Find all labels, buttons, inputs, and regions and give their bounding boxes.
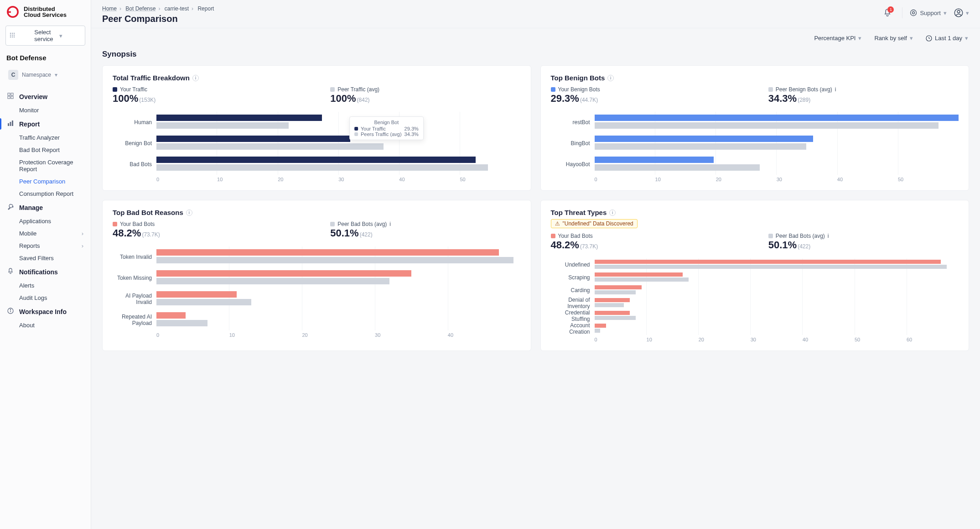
nav-item-about[interactable]: About: [0, 319, 91, 331]
bar[interactable]: [156, 257, 513, 263]
info-icon[interactable]: i: [609, 210, 616, 216]
bar[interactable]: [156, 164, 488, 171]
info-icon[interactable]: i: [607, 75, 614, 81]
stat: Peer Bad Bots (avg) i 50.1%(422): [330, 221, 520, 239]
bar[interactable]: [595, 136, 813, 142]
bar[interactable]: [156, 115, 322, 121]
stat-row: Your Benign Bots 29.3%(44.7K) Peer Benig…: [551, 86, 959, 105]
bar[interactable]: [595, 272, 683, 277]
nav-item-protection-coverage[interactable]: Protection Coverage Report: [0, 156, 91, 175]
bar[interactable]: [595, 143, 807, 150]
chart-row: Scraping: [551, 271, 959, 284]
namespace-select[interactable]: C Namespace ▾: [5, 67, 86, 83]
bar[interactable]: [595, 265, 947, 269]
stat-value: 100%(842): [330, 93, 520, 105]
bar[interactable]: [595, 303, 624, 307]
crumb-bot-defense[interactable]: Bot Defense: [125, 5, 156, 12]
svg-point-6: [12, 34, 13, 35]
bar[interactable]: [595, 278, 689, 282]
card-top_threat: Top Threat Typesi⚠"Undefined" Data Disco…: [540, 200, 970, 351]
svg-point-21: [911, 10, 917, 16]
filter-kpi[interactable]: Percentage KPI ▾: [814, 35, 861, 42]
nav-group-workspace[interactable]: Workspace Info: [0, 304, 91, 319]
nav-group-overview[interactable]: Overview: [0, 89, 91, 104]
nav-item-applications[interactable]: Applications: [0, 215, 91, 227]
card-grid: Total Traffic Breakdowni Your Traffic 10…: [102, 65, 969, 351]
bar[interactable]: [595, 290, 636, 294]
nav-item-consumption-report[interactable]: Consumption Report: [0, 188, 91, 200]
nav-item-audit-logs[interactable]: Audit Logs: [0, 292, 91, 304]
bar[interactable]: [156, 136, 350, 142]
notifications-button[interactable]: 1: [880, 5, 895, 20]
nav-group-report[interactable]: Report: [0, 116, 91, 131]
bar[interactable]: [595, 285, 642, 289]
stat: Your Benign Bots 29.3%(44.7K): [551, 86, 741, 105]
legend-swatch: [330, 222, 335, 226]
bar[interactable]: [595, 298, 630, 302]
svg-point-3: [12, 32, 13, 33]
bar[interactable]: [595, 260, 941, 264]
row-label: Benign Bot: [113, 140, 156, 147]
bar[interactable]: [156, 122, 289, 129]
nav-item-monitor[interactable]: Monitor: [0, 104, 91, 116]
info-icon[interactable]: i: [192, 75, 199, 81]
chevron-down-icon: ▾: [858, 35, 861, 42]
bar[interactable]: [156, 320, 207, 326]
support-menu[interactable]: Support ▾: [910, 9, 947, 16]
bar[interactable]: [156, 299, 251, 305]
stat-row: Your Traffic 100%(153K) Peer Traffic (av…: [113, 86, 521, 105]
nav: Overview Monitor Report Traffic Analyzer…: [0, 87, 91, 529]
filter-timerange[interactable]: Last 1 day ▾: [926, 35, 968, 42]
bar[interactable]: [595, 115, 959, 121]
legend-swatch: [768, 87, 773, 92]
card-title: Top Bad Bot Reasonsi: [113, 209, 521, 216]
nav-item-mobile[interactable]: Mobile›: [0, 227, 91, 240]
crumb-current: Report: [197, 5, 214, 12]
chart-row: Denial of Inventory: [551, 297, 959, 309]
bar[interactable]: [156, 291, 237, 298]
bar[interactable]: [595, 316, 636, 320]
svg-rect-1: [8, 11, 11, 13]
nav-item-peer-comparison[interactable]: Peer Comparison: [0, 175, 91, 188]
info-icon[interactable]: i: [828, 233, 829, 239]
info-icon[interactable]: i: [835, 86, 836, 93]
nav-item-alerts[interactable]: Alerts: [0, 279, 91, 292]
legend-item: Peer Bad Bots (avg) i: [768, 233, 959, 239]
nav-group-notifications[interactable]: Notifications: [0, 264, 91, 279]
chart-row: Undefined: [551, 258, 959, 271]
card-total_traffic: Total Traffic Breakdowni Your Traffic 10…: [102, 65, 531, 191]
chart-row: BingBot: [551, 133, 959, 154]
brand-line2: Cloud Services: [24, 12, 67, 18]
bar[interactable]: [156, 249, 499, 256]
user-menu[interactable]: ▾: [954, 8, 969, 17]
crumb-home[interactable]: Home: [102, 5, 117, 12]
bar[interactable]: [595, 157, 714, 163]
bar[interactable]: [156, 270, 411, 277]
row-label: BingBot: [551, 140, 595, 147]
stat: Peer Benign Bots (avg) i 34.3%(289): [768, 86, 959, 105]
bar[interactable]: [156, 157, 476, 163]
chart: restBotBingBotHayooBot01020304050: [551, 112, 959, 182]
row-label: Bad Bots: [113, 161, 156, 168]
bar[interactable]: [595, 329, 601, 333]
chart-row: Benign Bot: [113, 133, 521, 154]
nav-group-manage[interactable]: Manage: [0, 200, 91, 215]
nav-item-bad-bot-report[interactable]: Bad Bot Report: [0, 144, 91, 156]
info-icon[interactable]: i: [186, 210, 192, 216]
bar[interactable]: [156, 278, 389, 284]
bar[interactable]: [156, 143, 384, 150]
filter-rank[interactable]: Rank by self ▾: [874, 35, 913, 42]
main: Home› Bot Defense› carrie-test› Report P…: [91, 0, 980, 529]
info-icon[interactable]: i: [389, 221, 391, 227]
nav-item-saved-filters[interactable]: Saved Filters: [0, 252, 91, 264]
bar[interactable]: [595, 164, 760, 171]
nav-item-reports[interactable]: Reports›: [0, 240, 91, 252]
bar[interactable]: [595, 122, 939, 129]
service-select[interactable]: Select service ▾: [5, 26, 85, 46]
bar[interactable]: [595, 311, 630, 315]
bar[interactable]: [595, 324, 607, 328]
bar[interactable]: [156, 312, 186, 319]
chevron-down-icon: ▾: [965, 35, 968, 42]
nav-item-traffic-analyzer[interactable]: Traffic Analyzer: [0, 131, 91, 144]
card-top_bad_reasons: Top Bad Bot Reasonsi Your Bad Bots 48.2%…: [102, 200, 531, 351]
